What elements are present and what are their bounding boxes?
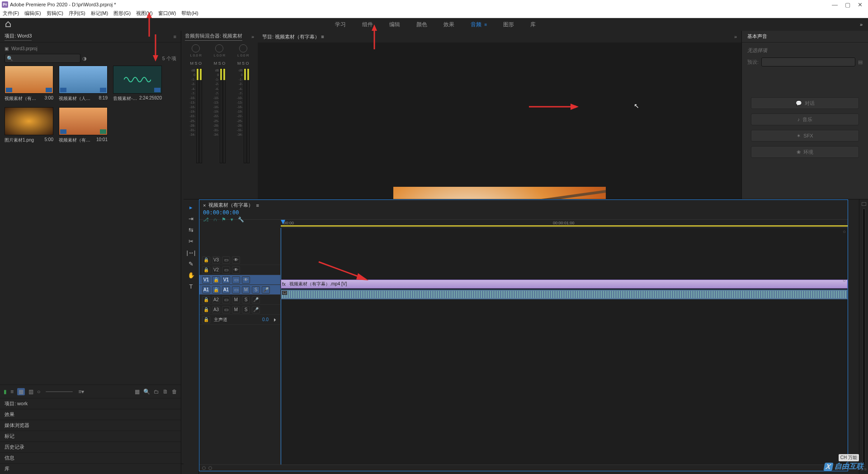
record-button[interactable]: O	[198, 61, 202, 66]
minimize-button[interactable]: —	[832, 1, 838, 8]
voice-icon[interactable]: 🎤	[252, 306, 260, 313]
menu-window[interactable]: 窗口(W)	[158, 10, 176, 17]
bin-icon[interactable]: ▣	[5, 46, 9, 51]
filter-button[interactable]: ◑	[82, 56, 87, 62]
lock-icon[interactable]: 🔒	[202, 296, 210, 303]
panel-tab-markers[interactable]: 标记	[0, 431, 181, 441]
voice-icon[interactable]: 🎤	[262, 286, 270, 294]
mute-button[interactable]: M	[237, 61, 241, 66]
close-tab-icon[interactable]: ×	[203, 203, 206, 208]
snap-button[interactable]: ⎇	[203, 217, 209, 223]
new-item-button[interactable]: ▮	[4, 389, 7, 395]
timeline-ruler[interactable]: :00:00 00:00:01:00	[281, 220, 848, 228]
panel-tab-project-work[interactable]: 项目: work	[0, 398, 181, 409]
panel-tab-library[interactable]: 库	[0, 463, 181, 474]
lock-icon[interactable]: 🔒	[202, 306, 210, 313]
solo-button[interactable]: S	[194, 61, 197, 66]
pan-knob[interactable]	[192, 44, 200, 52]
panel-menu-icon[interactable]: ≡	[174, 34, 176, 39]
track-select-tool[interactable]: ⇥	[189, 215, 193, 222]
expand-icon[interactable]: ⏵	[273, 317, 278, 322]
solo-label[interactable]: S	[242, 306, 250, 313]
icon-view-button[interactable]: ▦	[17, 388, 25, 395]
media-item[interactable]: 视频素材（有…3:00	[5, 66, 53, 102]
lock-icon[interactable]: 🔒	[212, 276, 220, 284]
wk-tab-menu-icon[interactable]: ≡	[483, 22, 487, 27]
ripple-edit-tool[interactable]: ⇆	[189, 227, 193, 233]
preset-menu-icon[interactable]: ▤	[858, 59, 863, 65]
slip-tool[interactable]: |↔|	[187, 249, 196, 256]
voice-icon[interactable]: 🎤	[252, 296, 260, 303]
pan-knob[interactable]	[215, 44, 223, 52]
record-button[interactable]: O	[246, 61, 249, 66]
type-tool[interactable]: T	[189, 283, 193, 290]
project-panel-title[interactable]: 项目: Word3	[5, 33, 32, 41]
solo-label[interactable]: S	[252, 286, 260, 294]
preset-dropdown[interactable]	[761, 57, 855, 66]
lock-icon[interactable]: 🔒	[202, 266, 210, 274]
freeform-view-button[interactable]: ▥	[28, 389, 33, 395]
media-item[interactable]: 视频素材（有…10:01	[59, 107, 108, 143]
menu-clip[interactable]: 剪辑(C)	[47, 10, 63, 17]
razor-tool[interactable]: ✂	[189, 238, 193, 245]
timeline-scrollbar[interactable]	[199, 465, 848, 471]
video-clip[interactable]: fx视频素材（有字幕）.mp4 [V]	[281, 280, 848, 289]
link-button[interactable]: ∩	[213, 217, 217, 223]
list-view-button[interactable]: ≡	[10, 389, 14, 395]
program-title[interactable]: 节目: 视频素材（有字幕） ≡	[262, 33, 324, 40]
find-button[interactable]: 🔍	[143, 389, 150, 395]
zoom-slider[interactable]	[46, 391, 73, 392]
panel-tab-info[interactable]: 信息	[0, 452, 181, 463]
track-v2[interactable]: V2	[212, 266, 220, 274]
pan-knob[interactable]	[239, 44, 247, 52]
solo-button[interactable]: S	[218, 61, 221, 66]
media-item[interactable]: 视频素材（人…8:19	[59, 66, 108, 102]
eye-icon[interactable]: 👁	[232, 256, 240, 264]
track-a1[interactable]: A1	[222, 286, 230, 294]
eye-icon[interactable]: 👁	[242, 276, 250, 284]
auto-match-button[interactable]: ▦	[135, 389, 140, 395]
panel-tab-effects[interactable]: 效果	[0, 409, 181, 420]
timeline-timecode[interactable]: 00:00:00:00	[203, 209, 844, 216]
mute-label[interactable]: M	[232, 296, 240, 303]
media-item[interactable]: 音频素材-…2:24:25920	[113, 66, 162, 102]
menu-view[interactable]: 视图(V)	[136, 10, 153, 17]
track-v3[interactable]: V3	[212, 256, 220, 264]
wk-tab-graphics[interactable]: 图形	[501, 19, 516, 30]
timeline-content[interactable]: fx视频素材（有字幕）.mp4 [V] ☐ ○ ○	[281, 228, 848, 465]
playhead-line[interactable]	[281, 228, 281, 465]
panel-tab-media-browser[interactable]: 媒体浏览器	[0, 420, 181, 431]
eye-icon[interactable]: 👁	[232, 266, 240, 274]
hand-tool[interactable]: ✋	[188, 272, 195, 279]
toggle-output-icon[interactable]: ▭	[222, 266, 230, 274]
project-search-input[interactable]: 🔍	[5, 54, 80, 63]
audio-clip[interactable]: ☐	[281, 289, 848, 299]
solo-button[interactable]: S	[242, 61, 245, 66]
marker-button[interactable]: ⚑	[222, 217, 226, 223]
selection-tool[interactable]: ▸	[189, 204, 193, 211]
menu-marker[interactable]: 标记(M)	[91, 10, 108, 17]
track-a3[interactable]: A3	[212, 306, 220, 313]
new-bin-button[interactable]: 🗀	[154, 389, 159, 395]
meter-toggle[interactable]	[862, 202, 866, 206]
record-button[interactable]: O	[222, 61, 225, 66]
wrench-button[interactable]: 🔧	[238, 217, 244, 223]
toggle-output-icon[interactable]: ▭	[222, 306, 230, 313]
menu-help[interactable]: 帮助(H)	[181, 10, 198, 17]
ess-ambience-button[interactable]: ❀环境	[751, 146, 859, 158]
wk-tab-color[interactable]: 颜色	[415, 19, 429, 30]
lock-icon[interactable]: 🔒	[202, 316, 210, 323]
wk-tab-edit[interactable]: 编辑	[387, 19, 402, 30]
toggle-output-icon[interactable]: ▭	[222, 296, 230, 303]
ess-dialogue-button[interactable]: 💬对话	[751, 97, 859, 109]
toggle-output-icon[interactable]: ▭	[222, 256, 230, 264]
menu-file[interactable]: 文件(F)	[3, 10, 19, 17]
mute-button[interactable]: M	[214, 61, 217, 66]
pen-tool[interactable]: ✎	[189, 261, 193, 267]
lock-icon[interactable]: 🔒	[202, 256, 210, 264]
trash-button[interactable]: 🗑	[172, 389, 177, 395]
master-value[interactable]: 0.0	[262, 317, 269, 322]
track-v1[interactable]: V1	[222, 276, 230, 284]
wk-tab-audio[interactable]: 音频 ≡	[469, 19, 489, 30]
wk-tab-library[interactable]: 库	[528, 19, 538, 30]
